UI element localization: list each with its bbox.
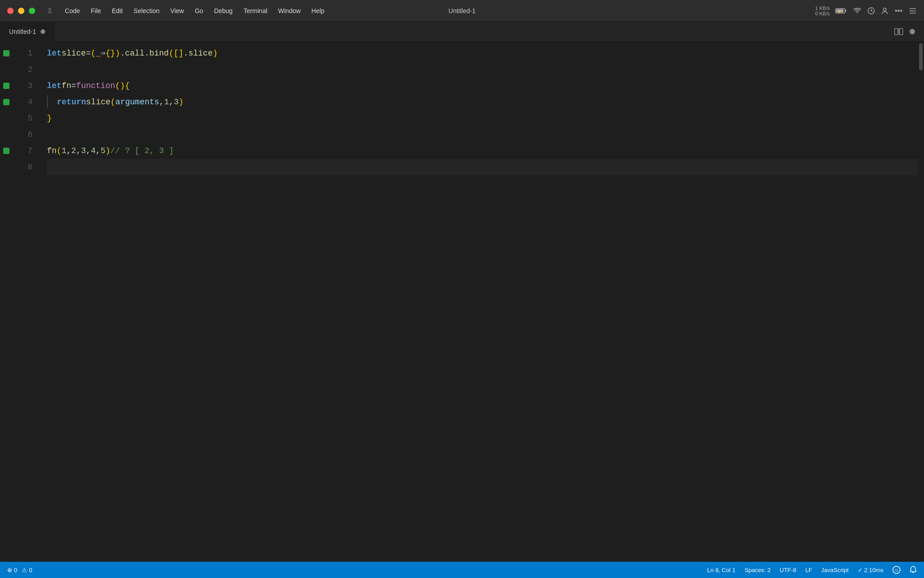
menu-view[interactable]: View xyxy=(166,5,189,16)
file-language[interactable]: JavaScript xyxy=(821,567,849,573)
breakpoint-dot[interactable] xyxy=(3,148,9,154)
line-number-5: 5 xyxy=(13,110,40,126)
titlebar-right: 1 KB/s 0 KB/s ⚡ xyxy=(815,5,917,16)
menu-selection[interactable]: Selection xyxy=(129,5,164,16)
tab-label: Untitled-1 xyxy=(9,28,36,35)
menu-file[interactable]: File xyxy=(86,5,106,16)
statusbar: ⊗ 0 ⚠ 0 Ln 8, Col 1 Spaces: 2 UTF-8 LF J… xyxy=(0,562,924,578)
cursor-position[interactable]: Ln 8, Col 1 xyxy=(707,567,735,573)
traffic-lights xyxy=(7,8,35,14)
menu-bar:  Code File Edit Selection View Go Debug… xyxy=(44,5,815,17)
svg-line-6 xyxy=(871,11,873,11)
menu-debug[interactable]: Debug xyxy=(209,5,237,16)
code-line-7: fn(1, 2, 3, 4, 5) // ? [ 2, 3 ] xyxy=(47,143,918,159)
window-title: Untitled-1 xyxy=(448,7,476,14)
network-speed-up: 1 KB/s xyxy=(815,5,830,11)
minimize-button[interactable] xyxy=(18,8,24,14)
error-icon: ⊗ xyxy=(7,567,12,573)
menu-help[interactable]: Help xyxy=(307,5,329,16)
network-speed-down: 0 KB/s xyxy=(815,11,830,16)
line-number-4: 4 xyxy=(13,94,40,110)
code-line-8 xyxy=(47,159,918,175)
system-icons: ⚡ ••• xyxy=(835,7,917,15)
line-numbers: 12345678 xyxy=(13,42,40,562)
list-icon xyxy=(909,8,917,14)
breakpoint-line-4 xyxy=(0,94,13,110)
close-button[interactable] xyxy=(7,8,14,14)
tabbar: Untitled-1 xyxy=(0,22,924,42)
menu-go[interactable]: Go xyxy=(190,5,208,16)
wifi-icon xyxy=(853,8,861,14)
breakpoint-line-8 xyxy=(0,159,13,175)
breakpoint-dot[interactable] xyxy=(3,99,9,105)
error-count[interactable]: ⊗ 0 ⚠ 0 xyxy=(7,567,32,573)
code-line-1: let slice = (_ ⇒ {}).call.bind([].slice) xyxy=(47,45,918,61)
titlebar:  Code File Edit Selection View Go Debug… xyxy=(0,0,924,22)
breakpoint-line-1 xyxy=(0,45,13,61)
statusbar-right: Ln 8, Col 1 Spaces: 2 UTF-8 LF JavaScrip… xyxy=(707,566,917,574)
line-number-7: 7 xyxy=(13,143,40,159)
editor-scrollbar[interactable] xyxy=(918,42,924,562)
maximize-button[interactable] xyxy=(29,8,35,14)
svg-rect-12 xyxy=(900,28,903,35)
line-ending[interactable]: LF xyxy=(805,567,812,573)
breakpoint-dot[interactable] xyxy=(3,50,9,56)
breakpoint-line-7 xyxy=(0,143,13,159)
line-number-6: 6 xyxy=(13,126,40,143)
tab-modified-dot xyxy=(41,29,45,34)
breakpoint-line-6 xyxy=(0,126,13,143)
error-number: 0 xyxy=(14,567,17,573)
battery-icon: ⚡ xyxy=(835,8,847,14)
menu-code[interactable]: Code xyxy=(60,5,84,16)
tab-untitled[interactable]: Untitled-1 xyxy=(0,22,55,41)
menu-window[interactable]: Window xyxy=(274,5,305,16)
clock-icon xyxy=(868,7,875,14)
code-line-5: } xyxy=(47,110,918,126)
svg-point-7 xyxy=(883,8,886,11)
line-number-1: 1 xyxy=(13,45,40,61)
svg-text:☺: ☺ xyxy=(894,568,899,573)
apple-menu[interactable]:  xyxy=(44,5,56,17)
menu-edit[interactable]: Edit xyxy=(107,5,127,16)
scrollbar-thumb[interactable] xyxy=(919,43,923,70)
breakpoint-line-3 xyxy=(0,78,13,94)
code-line-6 xyxy=(47,126,918,143)
breakpoint-line-2 xyxy=(0,61,13,78)
warning-icon: ⚠ xyxy=(22,567,27,573)
line-number-2: 2 xyxy=(13,61,40,78)
breakpoint-line-5 xyxy=(0,110,13,126)
tabbar-actions xyxy=(894,28,915,35)
breakpoints-column xyxy=(0,42,13,562)
more-icon[interactable]: ••• xyxy=(895,7,902,15)
line-number-8: 8 xyxy=(13,159,40,175)
breakpoint-dot[interactable] xyxy=(3,83,9,89)
code-line-3: let fn = function() { xyxy=(47,78,918,94)
indentation[interactable]: Spaces: 2 xyxy=(744,567,771,573)
code-line-4: return slice(arguments, 1, 3) xyxy=(47,94,918,110)
feedback-icon[interactable]: ☺ xyxy=(892,566,901,574)
editor-content[interactable]: 12345678 let slice = (_ ⇒ {}).call.bind(… xyxy=(0,42,924,562)
svg-rect-11 xyxy=(895,28,898,35)
warning-number: 0 xyxy=(29,567,32,573)
statusbar-left: ⊗ 0 ⚠ 0 xyxy=(7,567,32,573)
file-encoding[interactable]: UTF-8 xyxy=(780,567,796,573)
svg-text:⚡: ⚡ xyxy=(837,9,841,14)
line-number-3: 3 xyxy=(13,78,40,94)
split-editor-icon[interactable] xyxy=(894,28,903,35)
user-icon xyxy=(881,7,888,14)
editor-dot xyxy=(910,29,915,34)
editor: 12345678 let slice = (_ ⇒ {}).call.bind(… xyxy=(0,42,924,562)
svg-rect-1 xyxy=(845,9,846,12)
code-line-2 xyxy=(47,61,918,78)
bell-icon[interactable] xyxy=(910,566,917,574)
code-editor[interactable]: let slice = (_ ⇒ {}).call.bind([].slice)… xyxy=(40,42,918,562)
timing[interactable]: ✓ 2.10ms xyxy=(858,567,883,573)
menu-terminal[interactable]: Terminal xyxy=(239,5,272,16)
